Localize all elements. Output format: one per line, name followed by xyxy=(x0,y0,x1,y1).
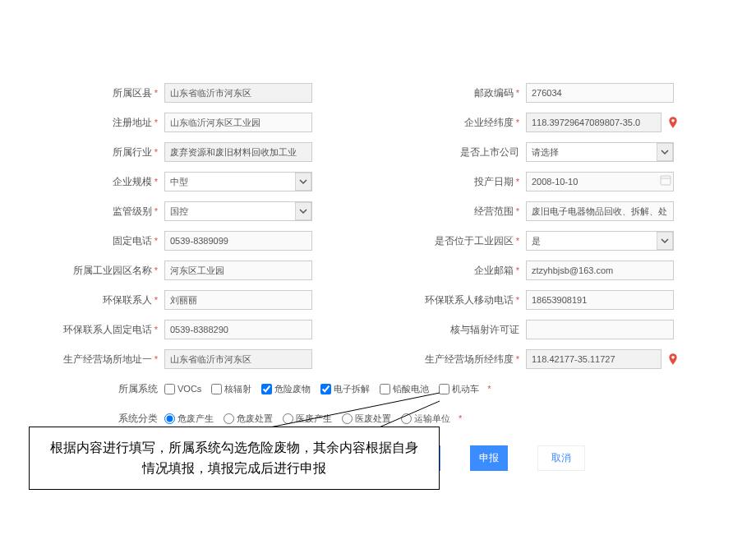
input-phone[interactable] xyxy=(164,231,312,251)
input-email[interactable] xyxy=(526,261,674,280)
label-biz-addr: 生产经营场所地址一* xyxy=(25,353,164,367)
system-checkbox-4[interactable]: 铅酸电池 xyxy=(380,383,429,395)
label-contact-phone: 环保联系人固定电话* xyxy=(25,323,164,337)
label-park: 所属工业园区名称* xyxy=(25,264,164,278)
system-checkbox-1[interactable]: 核辐射 xyxy=(211,383,251,395)
label-mobile: 环保联系人移动电话* xyxy=(386,293,526,307)
category-radio-4[interactable]: 运输单位 xyxy=(401,413,450,425)
calendar-icon[interactable] xyxy=(659,173,672,187)
input-post[interactable] xyxy=(526,83,674,103)
select-in-park[interactable] xyxy=(526,231,674,251)
label-category: 系统分类 xyxy=(25,412,164,426)
input-coord[interactable] xyxy=(526,113,662,132)
input-area[interactable] xyxy=(164,83,312,103)
label-in-park: 是否位于工业园区* xyxy=(386,234,526,248)
label-industry: 所属行业* xyxy=(25,145,164,159)
label-addr: 注册地址* xyxy=(25,116,164,130)
input-contact[interactable] xyxy=(164,290,312,310)
category-radio-2[interactable]: 医废产生 xyxy=(283,413,332,425)
input-scope[interactable] xyxy=(526,201,674,221)
location-icon[interactable] xyxy=(665,351,681,367)
systems-checkboxes: VOCs核辐射危险废物电子拆解铅酸电池机动车 xyxy=(164,383,486,395)
submit-button[interactable]: 申报 xyxy=(470,445,508,471)
select-listed[interactable] xyxy=(526,142,674,162)
system-checkbox-5[interactable]: 机动车 xyxy=(439,383,479,395)
input-prod-date[interactable] xyxy=(526,172,674,191)
input-addr[interactable] xyxy=(164,113,312,132)
label-scope: 经营范围* xyxy=(386,205,526,219)
label-scale: 企业规模* xyxy=(25,175,164,189)
input-mobile[interactable] xyxy=(526,290,674,310)
label-phone: 固定电话* xyxy=(25,234,164,248)
label-listed: 是否上市公司 xyxy=(386,145,526,159)
cancel-button[interactable]: 取消 xyxy=(537,445,585,471)
label-supervise: 监管级别* xyxy=(25,205,164,219)
svg-rect-2 xyxy=(661,176,671,185)
select-scale[interactable] xyxy=(164,172,312,191)
label-systems: 所属系统 xyxy=(25,382,164,396)
label-area: 所属区县* xyxy=(25,86,164,100)
input-park[interactable] xyxy=(164,261,312,280)
system-checkbox-2[interactable]: 危险废物 xyxy=(261,383,311,395)
label-email: 企业邮箱* xyxy=(386,264,526,278)
input-contact-phone[interactable] xyxy=(164,320,312,339)
label-post: 邮政编码* xyxy=(386,86,526,100)
system-checkbox-3[interactable]: 电子拆解 xyxy=(320,383,370,395)
select-supervise[interactable] xyxy=(164,201,312,221)
input-biz-coord[interactable] xyxy=(526,349,662,369)
category-radio-1[interactable]: 危废处置 xyxy=(224,413,273,425)
system-checkbox-0[interactable]: VOCs xyxy=(164,384,201,394)
instruction-callout: 根据内容进行填写，所属系统勾选危险废物，其余内容根据自身情况填报，填报完成后进行… xyxy=(29,427,440,490)
input-license[interactable] xyxy=(526,320,674,339)
input-biz-addr[interactable] xyxy=(164,349,312,369)
category-radios: 危废产生危废处置医废产生医废处置运输单位 xyxy=(164,413,457,425)
form-container: 所属区县* 邮政编码* 注册地址* 企业经纬度* 所属行业* 是否上市公司 xyxy=(0,0,756,471)
category-radio-3[interactable]: 医废处置 xyxy=(342,413,391,425)
label-coord: 企业经纬度* xyxy=(386,116,526,130)
input-industry[interactable] xyxy=(164,142,312,162)
category-radio-0[interactable]: 危废产生 xyxy=(164,413,214,425)
location-icon[interactable] xyxy=(665,114,681,131)
label-prod-date: 投产日期* xyxy=(386,175,526,189)
label-license: 核与辐射许可证 xyxy=(386,323,526,337)
label-biz-coord: 生产经营场所经纬度* xyxy=(386,353,526,367)
label-contact: 环保联系人* xyxy=(25,293,164,307)
